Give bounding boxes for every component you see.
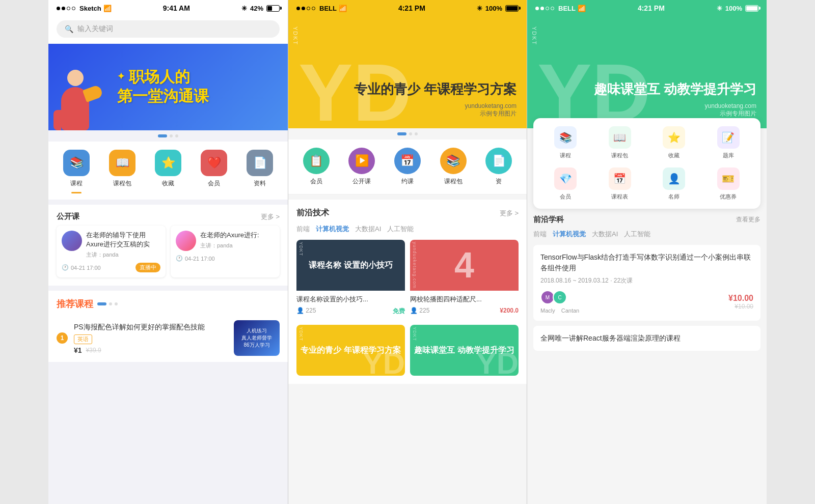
nav-underline	[71, 192, 82, 193]
nav3-item-vip[interactable]: 💎 会员	[541, 167, 590, 201]
search-input[interactable]: 🔍 输入关键词	[57, 20, 280, 38]
student-count-1: 225	[306, 307, 316, 314]
nav-item-material[interactable]: 📄 资料	[247, 150, 273, 193]
screen-2: BELL 📶 4:21 PM ✳ 100% YD YDKT 专业的青少 年课程学…	[288, 0, 527, 504]
nav3-item-favorite[interactable]: ⭐ 收藏	[650, 126, 698, 159]
teacher-name-2: Cantan	[561, 307, 579, 314]
nav3-teacher-label: 名师	[668, 193, 680, 201]
nav3-schedule-label: 课程表	[611, 193, 628, 201]
signal-dot-empty	[312, 7, 315, 10]
nav3-coupon-label: 优惠券	[720, 193, 737, 201]
subject-section: 前沿学科 查看更多 前端 计算机视觉 大数据AI 人工智能 TensorFlow…	[533, 215, 760, 351]
dot	[175, 134, 178, 137]
nav2-item-package[interactable]: 📚 课程包	[440, 148, 467, 186]
nav3-item-package[interactable]: 📖 课程包	[596, 126, 644, 159]
nav3-row2: 💎 会员 📅 课程表 👤 名师 🎫 优惠券	[541, 167, 752, 201]
filter-frontend[interactable]: 前端	[296, 225, 310, 234]
price-original-1: ¥39.9	[86, 347, 101, 354]
subject-filter-frontend[interactable]: 前端	[533, 230, 547, 239]
nav2-item-booking[interactable]: 📅 约课	[394, 148, 421, 186]
course-info-2: 在老师的Axure进行: 主讲：panda 🕐 04-21 17:00	[171, 226, 280, 267]
filter-bigdata[interactable]: 大数据AI	[355, 225, 381, 234]
signal-dot-w	[540, 7, 544, 10]
battery-icon-3	[745, 5, 758, 12]
nav-item-package[interactable]: 📖 课程包	[109, 150, 135, 193]
search-bar: 🔍 输入关键词	[48, 16, 288, 44]
nav2-item-resource[interactable]: 📄 资	[485, 148, 512, 186]
status-left-3: BELL 📶	[535, 5, 586, 12]
battery-fill-3	[746, 6, 757, 11]
course-time-2: 🕐 04-21 17:00	[176, 255, 215, 262]
grid-card-4[interactable]: YDKT YD 趣味课堂互 动教学提升学习	[410, 325, 519, 376]
banner3-title: 趣味课堂互 动教学提升学习	[594, 81, 756, 98]
nav3-item-teacher[interactable]: 👤 名师	[650, 167, 698, 201]
favorite-label: 收藏	[162, 179, 174, 188]
recommend-section: 推荐课程 1 PS海报配色详解如何更好的掌握配色技能 英语 ¥1 ¥39.9	[48, 291, 288, 362]
grid-card-3[interactable]: YDKT YD 专业的青少 年课程学习方案	[296, 325, 405, 376]
course-card-2[interactable]: 在老师的Axure进行: 主讲：panda 🕐 04-21 17:00	[171, 226, 280, 277]
booking-label-2: 约课	[401, 177, 414, 186]
nav-item-member[interactable]: ❤️ 会员	[201, 150, 227, 193]
subject-filter-ai[interactable]: 人工智能	[624, 230, 650, 239]
nav-icons-1: 📚 课程 📖 课程包 ⭐ 收藏 ❤️ 会员 📄 资料	[48, 142, 288, 200]
nav3-item-schedule[interactable]: 📅 课程表	[596, 167, 644, 201]
nav-item-favorite[interactable]: ⭐ 收藏	[155, 150, 181, 193]
grid-price-1: 免费	[393, 307, 405, 316]
course-card-1[interactable]: 在老师的辅导下使用Axure进行交互稿的实 主讲：panda 🕐 04-21 1…	[57, 226, 166, 277]
clock-icon: 🕐	[62, 264, 69, 271]
hero-banner-2: YD YDKT 专业的青少 年课程学习方案 yunduoketang.com 示…	[288, 16, 527, 128]
recommend-title: 推荐课程	[57, 298, 93, 310]
nav-icons-2: 📋 会员 ▶️ 公开课 📅 约课 📚 课程包 📄 资	[288, 139, 527, 194]
nav3-coupon-icon: 🎫	[717, 167, 740, 190]
subject-card-2[interactable]: 全网唯一讲解React服务器端渲染原理的课程	[533, 326, 760, 351]
banner-subtitle: 第一堂沟通课	[117, 86, 209, 107]
grid-card-2[interactable]: yunduoketang.com 4 网校轮播图四种适配尺... 👤 225 ¥…	[410, 240, 519, 320]
signal-dot-empty	[72, 7, 75, 10]
member-icon-2: 📋	[303, 148, 330, 174]
dot-active	[158, 134, 167, 137]
carrier-name: Sketch	[79, 5, 101, 12]
banner2-site-url: yunduoketang.com	[354, 102, 517, 109]
bluetooth-icon-3: ✳	[717, 5, 722, 12]
banner2-text-block: 专业的青少 年课程学习方案 yunduoketang.com 示例专用图片	[354, 81, 517, 118]
subject-filter-bigdata[interactable]: 大数据AI	[592, 230, 618, 239]
subject-filter-cv[interactable]: 计算机视觉	[553, 230, 586, 239]
banner2-ydkt-text: YDKT	[292, 26, 298, 45]
battery-icon-1	[266, 5, 280, 12]
nav2-item-member[interactable]: 📋 会员	[303, 148, 330, 186]
dot-2	[409, 132, 412, 135]
nav-item-course[interactable]: 📚 课程	[63, 150, 90, 193]
grid-title-2: 网校轮播图四种适配尺...	[410, 295, 519, 304]
section-header-public: 公开课 更多 >	[48, 205, 288, 226]
signal-dot-empty-w	[551, 7, 554, 10]
subject-original-price-1: ¥10.00	[728, 303, 753, 310]
filter-ai[interactable]: 人工智能	[387, 225, 414, 234]
signal-dot-w	[535, 7, 539, 10]
status-left-1: Sketch 📶	[57, 5, 112, 12]
grid-card-1[interactable]: YDKT 课程名称 设置的小技巧 课程名称设置的小技巧... 👤 225 免费	[296, 240, 405, 320]
hero-banner-3: YD YDKT 趣味课堂互 动教学提升学习 yunduoketang.com 示…	[527, 16, 767, 128]
subject-more[interactable]: 查看更多	[736, 215, 760, 224]
recommend-item-1[interactable]: 1 PS海报配色详解如何更好的掌握配色技能 英语 ¥1 ¥39.9 人机练习真人…	[48, 314, 288, 362]
course-time-1: 🕐 04-21 17:00	[62, 264, 101, 271]
signal-dot-empty	[67, 7, 70, 10]
nav3-item-quiz[interactable]: 📝 题库	[704, 126, 753, 159]
grid-info-2: 网校轮播图四种适配尺... 👤 225 ¥200.0	[410, 291, 519, 318]
subject-price-1: ¥10.00	[728, 294, 753, 303]
nav2-item-public[interactable]: ▶️ 公开课	[348, 148, 375, 186]
member-icon: ❤️	[201, 150, 227, 176]
tech-section-more[interactable]: 更多 >	[500, 209, 519, 218]
course-teacher-1: 主讲：panda	[86, 251, 160, 259]
course-row-2: 在老师的Axure进行: 主讲：panda	[176, 231, 275, 251]
ydkt-label-1: YDKT	[298, 242, 304, 256]
subject-card-1[interactable]: TensorFlow与Flask结合打造手写体数字识别通过一个小案例出串联各组件…	[533, 245, 760, 321]
banner2-title: 专业的青少 年课程学习方案	[354, 81, 517, 98]
grid-thumb-2: yunduoketang.com 4	[410, 240, 519, 291]
teacher-name-1: Macly	[540, 307, 555, 314]
filter-cv[interactable]: 计算机视觉	[316, 225, 349, 234]
nav3-quiz-label: 题库	[723, 152, 734, 159]
dot-active-2	[397, 132, 406, 135]
nav3-item-course[interactable]: 📚 课程	[541, 126, 590, 159]
nav3-item-coupon[interactable]: 🎫 优惠券	[704, 167, 753, 201]
public-course-more[interactable]: 更多 >	[261, 212, 280, 221]
